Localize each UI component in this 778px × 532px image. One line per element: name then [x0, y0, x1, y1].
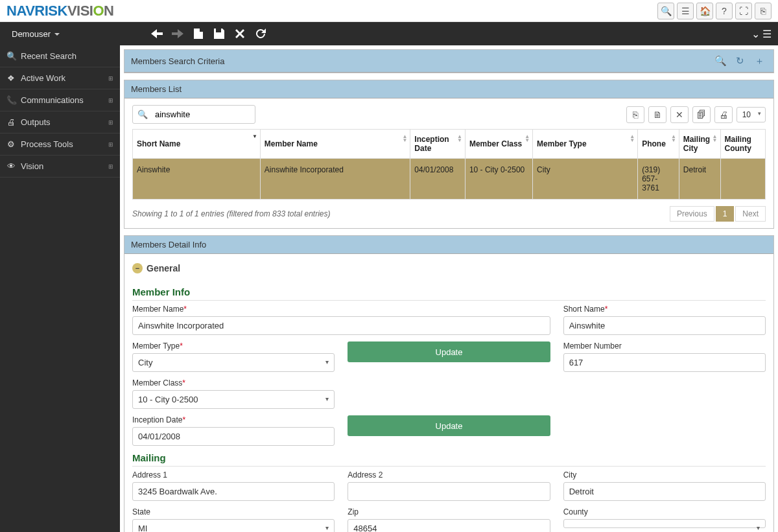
delete-icon[interactable] [233, 27, 246, 40]
general-collapse-row: − General [132, 260, 766, 280]
col-inception[interactable]: Inception Date▲▼ [410, 130, 466, 159]
county-select[interactable] [563, 519, 766, 528]
pager: Previous 1 Next [670, 206, 766, 222]
field-member-class: Member Class* 10 - City 0-2500 [132, 378, 335, 409]
sidebar-item-label: Process Tools [21, 139, 73, 149]
member-class-select[interactable]: 10 - City 0-2500 [132, 390, 335, 409]
collapse-icon[interactable]: − [132, 263, 143, 273]
sidebar-item-label: Recent Search [21, 51, 77, 61]
member-number-input[interactable] [563, 353, 766, 372]
expand-icon: ⊞ [108, 97, 113, 104]
panel-refresh-icon[interactable]: ↻ [732, 54, 748, 68]
short-name-input[interactable] [563, 316, 766, 335]
field-city: City [563, 470, 766, 501]
pager-prev-button[interactable]: Previous [670, 206, 714, 222]
sidebar-item-label: Active Work [21, 73, 65, 83]
zip-input[interactable] [348, 519, 550, 532]
member-name-input[interactable] [132, 316, 550, 335]
field-update-1: Update [348, 341, 550, 372]
nav-back-icon[interactable] [150, 27, 163, 40]
panel-add-icon[interactable]: ＋ [751, 54, 767, 68]
city-input[interactable] [563, 482, 766, 501]
refresh-icon[interactable] [254, 27, 267, 40]
copy-icon[interactable]: ⎘ [626, 106, 644, 123]
field-member-type: Member Type* City [132, 341, 335, 372]
printer-icon: 🖨 [6, 117, 16, 127]
col-short-name[interactable]: Short Name▼ [133, 130, 261, 159]
export-excel-icon[interactable]: ✕ [670, 106, 689, 123]
sidebar-item-label: Vision [21, 161, 43, 171]
col-member-class[interactable]: Member Class▲▼ [465, 130, 532, 159]
list-action-bar: ⎘ 🗎 ✕ 🗐 🖨 10 [626, 106, 766, 123]
col-member-name[interactable]: Member Name▲▼ [260, 130, 410, 159]
field-inception-date: Inception Date* [132, 415, 335, 446]
field-short-name: Short Name* [563, 305, 766, 335]
members-detail-panel: Members Detail Info − General Member Inf… [124, 235, 774, 532]
col-mailing-county[interactable]: Mailing County [720, 130, 766, 159]
sidebar-item-label: Communications [21, 95, 84, 105]
new-file-icon[interactable] [192, 27, 205, 40]
pager-page-1-button[interactable]: 1 [716, 206, 735, 222]
update-button-bottom[interactable]: Update [348, 415, 550, 436]
state-select[interactable]: MI [132, 519, 335, 532]
sidebar-item-active-work[interactable]: ❖Active Work ⊞ [0, 67, 120, 89]
general-label: General [147, 263, 180, 273]
phone-icon: 📞 [6, 95, 16, 105]
export-pdf-icon[interactable]: 🗐 [692, 106, 711, 123]
logo-vision: VISION [67, 3, 114, 19]
dashboard-icon[interactable]: ☰ [677, 3, 694, 19]
app-header: NAV RISK VISION 🔍 ☰ 🏠 ? ⛶ ⎘ [0, 0, 778, 22]
inception-input[interactable] [132, 427, 335, 446]
field-county: County [563, 507, 766, 532]
cell-short-name: Ainswhite [133, 159, 261, 200]
col-phone[interactable]: Phone▲▼ [638, 130, 679, 159]
sidebar-item-recent-search[interactable]: 🔍Recent Search [0, 45, 120, 67]
logout-icon[interactable]: ⎘ [755, 3, 772, 19]
sidebar-item-vision[interactable]: 👁Vision ⊞ [0, 156, 120, 178]
address2-input[interactable] [348, 482, 550, 501]
list-search-input[interactable] [152, 106, 250, 123]
toolbar-collapse-menu[interactable]: ⌄ ☰ [751, 28, 772, 40]
expand-icon: ⊞ [108, 141, 113, 148]
sidebar-nav: 🔍Recent Search ❖Active Work ⊞ 📞Communica… [0, 45, 120, 532]
member-type-select[interactable]: City [132, 353, 335, 372]
sidebar-item-process-tools[interactable]: ⚙Process Tools ⊞ [0, 133, 120, 156]
members-detail-header: Members Detail Info [124, 236, 773, 254]
fullscreen-icon[interactable]: ⛶ [735, 3, 752, 19]
save-icon[interactable] [213, 27, 226, 40]
header-icon-bar: 🔍 ☰ 🏠 ? ⛶ ⎘ [657, 3, 772, 19]
sidebar-item-label: Outputs [21, 117, 51, 127]
col-member-type[interactable]: Member Type▲▼ [533, 130, 638, 159]
list-search: 🔍 [132, 105, 255, 124]
expand-icon: ⊞ [108, 75, 113, 82]
spacer [563, 415, 766, 446]
search-icon[interactable]: 🔍 [657, 3, 674, 19]
col-mailing-city[interactable]: Mailing City▲▼ [679, 130, 720, 159]
sidebar-item-outputs[interactable]: 🖨Outputs ⊞ [0, 111, 120, 133]
section-member-info: Member Info [132, 286, 766, 301]
export-csv-icon[interactable]: 🗎 [648, 106, 666, 123]
field-member-number: Member Number [563, 341, 766, 372]
logo-risk: RISK [34, 3, 67, 19]
panel-search-icon[interactable]: 🔍 [713, 54, 728, 68]
pager-next-button[interactable]: Next [735, 206, 766, 222]
page-size-select[interactable]: 10 [737, 107, 766, 122]
search-icon: 🔍 [6, 51, 16, 61]
search-icon: 🔍 [133, 110, 152, 119]
update-button-top[interactable]: Update [348, 341, 550, 362]
home-icon[interactable]: 🏠 [696, 3, 713, 19]
table-row[interactable]: Ainswhite Ainswhite Incorporated 04/01/2… [133, 159, 766, 200]
diamond-icon: ❖ [6, 73, 16, 83]
table-footer: Showing 1 to 1 of 1 entries (filtered fr… [132, 200, 766, 222]
help-icon[interactable]: ? [716, 3, 733, 19]
address1-input[interactable] [132, 482, 335, 501]
print-icon[interactable]: 🖨 [714, 106, 733, 123]
sidebar-item-communications[interactable]: 📞Communications ⊞ [0, 89, 120, 111]
expand-icon: ⊞ [108, 119, 113, 126]
members-table: Short Name▼ Member Name▲▼ Inception Date… [132, 129, 766, 200]
nav-forward-icon[interactable] [171, 27, 184, 40]
gear-icon: ⚙ [6, 139, 16, 149]
current-user-menu[interactable]: Demouser [6, 29, 62, 39]
cell-city: Detroit [679, 159, 720, 200]
field-address1: Address 1 [132, 470, 335, 501]
